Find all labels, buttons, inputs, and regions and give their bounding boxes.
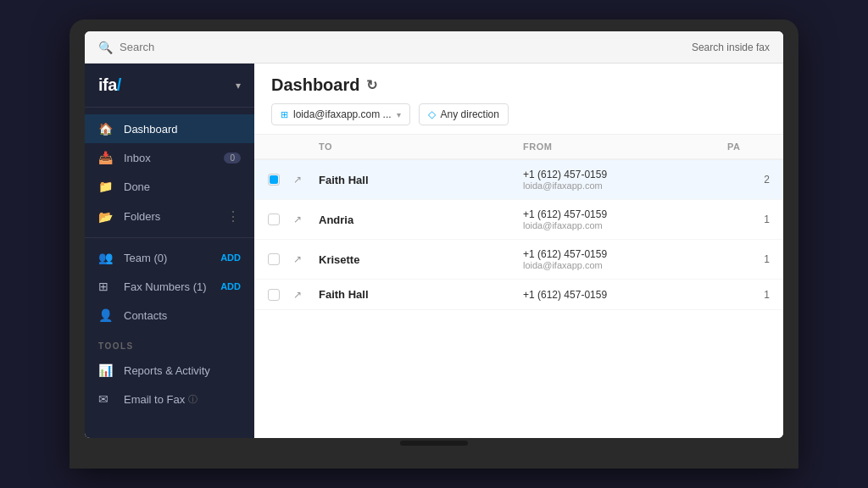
row-name: Andria bbox=[319, 214, 523, 226]
laptop-notch bbox=[400, 441, 468, 446]
col-pages: Pa bbox=[727, 141, 770, 152]
row-direction-arrow-icon: ↗ bbox=[293, 214, 319, 225]
table-row[interactable]: ↗ Faith Hall +1 (612) 457-0159 loida@ifa… bbox=[254, 160, 783, 200]
content-area: Dashboard ↻ ⊞ loida@ifaxapp.com ... ▾ ◇ … bbox=[254, 64, 783, 438]
search-input[interactable] bbox=[120, 41, 692, 53]
direction-filter-icon: ◇ bbox=[428, 108, 436, 120]
sidebar-item-label: Email to Fax bbox=[124, 393, 185, 406]
col-arrow bbox=[293, 141, 319, 152]
row-pages: 2 bbox=[727, 174, 770, 186]
team-icon: 👥 bbox=[98, 251, 115, 264]
account-filter-icon: ⊞ bbox=[281, 109, 288, 120]
sidebar-item-reports[interactable]: 📊 Reports & Activity bbox=[85, 356, 254, 385]
direction-filter-dropdown[interactable]: ◇ Any direction bbox=[419, 103, 509, 125]
row-name: Faith Hall bbox=[319, 174, 523, 186]
tools-section-title: TOOLS bbox=[85, 330, 254, 356]
row-direction-arrow-icon: ↗ bbox=[293, 289, 319, 301]
col-to: To bbox=[319, 141, 523, 152]
sidebar-item-label: Fax Numbers (1) bbox=[124, 280, 207, 293]
logo-text: ifa/ bbox=[98, 75, 121, 95]
row-from-info: +1 (612) 457-0159 bbox=[523, 289, 727, 301]
sidebar-item-label: Contacts bbox=[124, 309, 167, 322]
logo-chevron-icon: ▾ bbox=[236, 80, 241, 92]
sidebar-item-team[interactable]: 👥 Team (0) ADD bbox=[85, 243, 254, 272]
dashboard-title: Dashboard ↻ bbox=[271, 75, 766, 95]
fax-numbers-icon: ⊞ bbox=[98, 280, 115, 293]
row-phone: +1 (612) 457-0159 bbox=[523, 169, 727, 180]
team-add-button[interactable]: ADD bbox=[220, 252, 241, 263]
col-checkbox bbox=[268, 141, 293, 152]
sidebar-item-dashboard[interactable]: 🏠 Dashboard bbox=[85, 114, 254, 143]
row-name: Krisette bbox=[319, 253, 523, 266]
sidebar-logo[interactable]: ifa/ ▾ bbox=[85, 64, 254, 108]
row-from-info: +1 (612) 457-0159 loida@ifaxapp.com bbox=[523, 248, 727, 270]
row-direction-arrow-icon: ↗ bbox=[293, 253, 319, 265]
sidebar-item-label: Folders bbox=[124, 210, 160, 223]
laptop-screen: 🔍 Search inside fax ifa/ ▾ 🏠 Dashbo bbox=[85, 31, 783, 438]
account-filter-chevron-icon: ▾ bbox=[397, 110, 401, 119]
info-icon: ⓘ bbox=[188, 393, 198, 406]
sidebar-item-label: Dashboard bbox=[124, 123, 178, 136]
email-icon: ✉ bbox=[98, 392, 115, 406]
top-search-bar: 🔍 Search inside fax bbox=[85, 31, 783, 64]
row-pages: 1 bbox=[727, 214, 770, 225]
col-from: From bbox=[523, 141, 727, 152]
row-email: loida@ifaxapp.com bbox=[523, 180, 727, 191]
sidebar-item-fax-numbers[interactable]: ⊞ Fax Numbers (1) ADD bbox=[85, 272, 254, 301]
folders-dots-icon[interactable]: ⋮ bbox=[226, 208, 241, 225]
row-checkbox[interactable] bbox=[268, 289, 280, 301]
row-phone: +1 (612) 457-0159 bbox=[523, 289, 727, 301]
table-row[interactable]: ↗ Faith Hall +1 (612) 457-0159 1 bbox=[254, 280, 783, 310]
done-icon: 📁 bbox=[98, 180, 115, 193]
refresh-icon[interactable]: ↻ bbox=[366, 77, 377, 93]
home-icon: 🏠 bbox=[98, 122, 115, 136]
sidebar-item-done[interactable]: 📁 Done bbox=[85, 172, 254, 201]
filter-row: ⊞ loida@ifaxapp.com ... ▾ ◇ Any directio… bbox=[271, 103, 766, 125]
sidebar-item-label: Reports & Activity bbox=[124, 364, 210, 377]
sidebar-item-folders[interactable]: 📂 Folders ⋮ bbox=[85, 201, 254, 232]
main-area: ifa/ ▾ 🏠 Dashboard 📥 Inbox 0 bbox=[85, 64, 783, 438]
folders-icon: 📂 bbox=[98, 210, 115, 224]
row-checkbox[interactable] bbox=[268, 253, 280, 265]
row-direction-arrow-icon: ↗ bbox=[293, 174, 319, 186]
direction-filter-label: Any direction bbox=[441, 108, 499, 120]
sidebar-item-label: Done bbox=[124, 180, 150, 193]
content-header: Dashboard ↻ ⊞ loida@ifaxapp.com ... ▾ ◇ … bbox=[254, 64, 783, 135]
row-phone: +1 (612) 457-0159 bbox=[523, 208, 727, 220]
row-from-info: +1 (612) 457-0159 loida@ifaxapp.com bbox=[523, 169, 727, 191]
inbox-badge: 0 bbox=[224, 152, 241, 164]
table-header: To From Pa bbox=[254, 135, 783, 160]
account-filter-dropdown[interactable]: ⊞ loida@ifaxapp.com ... ▾ bbox=[271, 103, 410, 125]
contacts-icon: 👤 bbox=[98, 308, 115, 322]
row-checkbox[interactable] bbox=[268, 214, 280, 225]
account-filter-label: loida@ifaxapp.com ... bbox=[293, 108, 392, 120]
sidebar-nav: 🏠 Dashboard 📥 Inbox 0 📁 Done bbox=[85, 108, 254, 420]
sidebar-item-email-to-fax[interactable]: ✉ Email to Fax ⓘ bbox=[85, 385, 254, 413]
sidebar-item-label: Inbox bbox=[124, 152, 151, 164]
search-icon: 🔍 bbox=[98, 41, 113, 54]
row-email: loida@ifaxapp.com bbox=[523, 220, 727, 230]
sidebar-divider bbox=[85, 237, 254, 238]
fax-numbers-add-button[interactable]: ADD bbox=[220, 281, 241, 291]
title-text: Dashboard bbox=[271, 75, 359, 95]
sidebar-item-inbox[interactable]: 📥 Inbox 0 bbox=[85, 143, 254, 172]
row-pages: 1 bbox=[727, 253, 770, 265]
inbox-icon: 📥 bbox=[98, 151, 115, 164]
sidebar: ifa/ ▾ 🏠 Dashboard 📥 Inbox 0 bbox=[85, 64, 254, 438]
row-name: Faith Hall bbox=[319, 288, 523, 301]
table-row[interactable]: ↗ Krisette +1 (612) 457-0159 loida@ifaxa… bbox=[254, 240, 783, 280]
fax-table: To From Pa ↗ Faith Hall +1 (612) 457-015… bbox=[254, 135, 783, 438]
row-from-info: +1 (612) 457-0159 loida@ifaxapp.com bbox=[523, 208, 727, 230]
table-row[interactable]: ↗ Andria +1 (612) 457-0159 loida@ifaxapp… bbox=[254, 200, 783, 240]
row-checkbox[interactable] bbox=[268, 174, 280, 186]
row-phone: +1 (612) 457-0159 bbox=[523, 248, 727, 260]
row-pages: 1 bbox=[727, 289, 770, 301]
search-inside-label: Search inside fax bbox=[692, 42, 770, 53]
sidebar-item-contacts[interactable]: 👤 Contacts bbox=[85, 301, 254, 330]
reports-icon: 📊 bbox=[98, 363, 115, 377]
laptop-frame: 🔍 Search inside fax ifa/ ▾ 🏠 Dashbo bbox=[70, 19, 798, 469]
row-email: loida@ifaxapp.com bbox=[523, 260, 727, 270]
sidebar-item-label: Team (0) bbox=[124, 252, 167, 264]
